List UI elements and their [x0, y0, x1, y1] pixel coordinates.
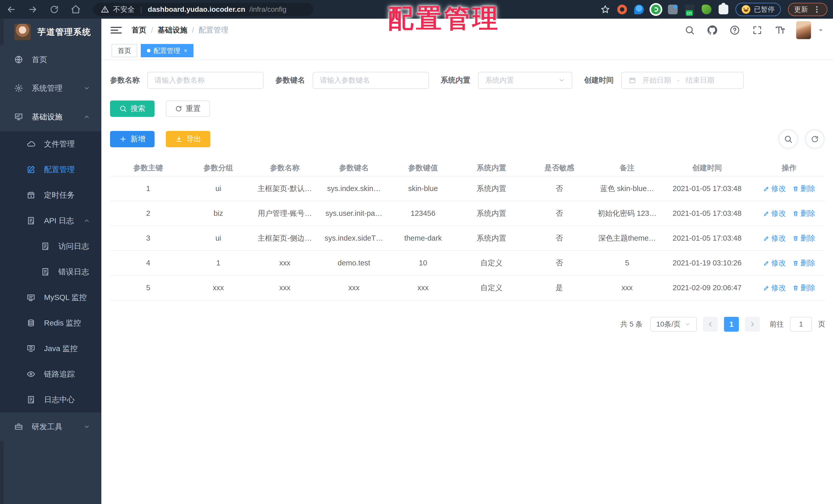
- log-icon: [26, 216, 36, 225]
- refresh-table-button[interactable]: [805, 130, 824, 149]
- breadcrumb-current: 配置管理: [198, 25, 228, 35]
- browser-back-icon[interactable]: [6, 4, 17, 15]
- sidebar-item-0[interactable]: 首页: [0, 45, 101, 74]
- breadcrumb: 首页 / 基础设施 / 配置管理: [132, 25, 228, 35]
- fullscreen-icon[interactable]: [751, 24, 763, 36]
- java-icon: [26, 344, 36, 353]
- page-1-button[interactable]: 1: [724, 317, 739, 332]
- column-header: 参数分组: [186, 160, 250, 176]
- delete-link[interactable]: 删除: [792, 184, 815, 194]
- github-icon[interactable]: [706, 24, 718, 36]
- browser-home-icon[interactable]: [70, 4, 81, 15]
- sidebar-item-2[interactable]: 基础设施: [0, 103, 101, 131]
- sidebar-item-6[interactable]: API 日志: [0, 208, 101, 233]
- browser-reload-icon[interactable]: [49, 4, 60, 15]
- next-page-button[interactable]: [745, 317, 760, 332]
- sidebar-item-14[interactable]: 研发工具: [0, 412, 101, 441]
- page-size-select[interactable]: 10条/页: [650, 317, 697, 332]
- extensions-puzzle-icon[interactable]: [719, 5, 728, 14]
- filter-time-label: 创建时间: [584, 75, 614, 85]
- sidebar-item-1[interactable]: 系统管理: [0, 74, 101, 103]
- breadcrumb-infra[interactable]: 基础设施: [158, 25, 187, 35]
- table-row: 3ui主框架页-侧边…sys.index.sideT…theme-dark系统内…: [110, 226, 825, 251]
- chevron-down-icon: [558, 77, 565, 84]
- sidebar-item-13[interactable]: 日志中心: [0, 387, 101, 412]
- reset-button[interactable]: 重置: [166, 100, 210, 117]
- chrome-update-button[interactable]: 更新: [788, 3, 827, 16]
- delete-link[interactable]: 删除: [792, 233, 815, 244]
- address-bar[interactable]: 不安全 | dashboard.yudao.iocoder.cn /infra/…: [93, 3, 313, 16]
- help-icon[interactable]: [729, 24, 741, 36]
- sidebar-item-7[interactable]: 访问日志: [0, 233, 101, 259]
- sidebar-item-8[interactable]: 错误日志: [0, 259, 101, 285]
- user-menu-caret-icon[interactable]: [818, 27, 824, 33]
- row-actions: 修改删除: [753, 201, 825, 226]
- chevron-left-icon: [707, 321, 714, 328]
- add-button[interactable]: 新增: [110, 131, 154, 147]
- column-header: 是否敏感: [525, 160, 593, 176]
- extension-icon[interactable]: [651, 5, 661, 14]
- param-key-input[interactable]: 请输入参数键名: [313, 72, 429, 89]
- export-button[interactable]: 导出: [166, 131, 210, 147]
- row-actions: 修改删除: [753, 275, 825, 300]
- sidebar-item-3[interactable]: 文件管理: [0, 131, 101, 157]
- sidebar-item-10[interactable]: Redis 监控: [0, 310, 101, 336]
- collapse-menu-icon[interactable]: [111, 25, 122, 35]
- delete-link[interactable]: 删除: [792, 283, 815, 293]
- config-table: 参数主键参数分组参数名称参数键名参数键值系统内置是否敏感备注创建时间操作 1ui…: [110, 160, 825, 300]
- app-logo[interactable]: 芋道管理系统: [0, 19, 101, 45]
- tab-home[interactable]: 首页: [112, 44, 137, 57]
- sidebar-item-5[interactable]: 定时任务: [0, 182, 101, 208]
- table-row: 5xxxxxxxxxxxx自定义是xxx2021-02-09 20:06:47修…: [110, 275, 825, 300]
- sidebar-item-12[interactable]: 链路追踪: [0, 361, 101, 387]
- table-cell: theme-dark: [388, 226, 457, 251]
- header-search-icon[interactable]: [684, 24, 696, 36]
- sidebar-item-4[interactable]: 配置管理: [0, 157, 101, 182]
- table-cell: 初始化密码 123…: [593, 201, 661, 226]
- table-cell: xxx: [250, 275, 319, 300]
- edit-link[interactable]: 修改: [763, 208, 786, 219]
- edit-link[interactable]: 修改: [763, 258, 786, 268]
- goto-page-input[interactable]: 1: [790, 317, 812, 332]
- browser-forward-icon[interactable]: [27, 4, 39, 15]
- browser-menu-icon[interactable]: [812, 5, 821, 14]
- table-row: 1ui主框架页-默认…sys.index.skin…skin-blue系统内置否…: [110, 176, 825, 201]
- prev-page-button[interactable]: [703, 317, 718, 332]
- close-tab-icon[interactable]: ×: [184, 47, 187, 54]
- chevron-down-icon: [84, 85, 90, 92]
- delete-link[interactable]: 删除: [792, 208, 815, 219]
- search-button[interactable]: 搜索: [110, 100, 154, 117]
- search-icon: [784, 135, 792, 144]
- extension-icon[interactable]: [617, 5, 627, 14]
- extension-icon[interactable]: [668, 5, 678, 14]
- user-avatar[interactable]: [796, 21, 811, 39]
- table-cell: ui: [186, 176, 250, 201]
- sidebar-item-11[interactable]: Java 监控: [0, 336, 101, 361]
- pagination: 共 5 条 10条/页 1 前往 1 页: [110, 317, 825, 332]
- table-cell: 系统内置: [457, 226, 525, 251]
- extension-icon[interactable]: [634, 5, 644, 14]
- app-title: 芋道管理系统: [38, 26, 91, 38]
- tab-config[interactable]: 配置管理 ×: [141, 44, 193, 57]
- emoji-icon: [742, 5, 750, 14]
- edit-link[interactable]: 修改: [763, 283, 786, 293]
- param-name-input[interactable]: 请输入参数名称: [147, 72, 264, 89]
- table-cell: 系统内置: [457, 201, 525, 226]
- extension-paused-button[interactable]: 已暂停: [736, 3, 781, 16]
- font-size-icon[interactable]: [774, 24, 786, 36]
- table-cell: 2021-01-05 17:03:48: [661, 201, 753, 226]
- date-range-picker[interactable]: 开始日期 - 结束日期: [621, 72, 744, 89]
- edit-link[interactable]: 修改: [763, 184, 786, 194]
- extension-icon[interactable]: [685, 5, 694, 14]
- editsq-icon: [26, 165, 36, 174]
- delete-link[interactable]: 删除: [792, 258, 815, 268]
- breadcrumb-home[interactable]: 首页: [132, 25, 146, 35]
- bookmark-star-icon[interactable]: [600, 5, 610, 14]
- table-cell: 2: [110, 201, 186, 226]
- extension-icon[interactable]: [702, 5, 711, 14]
- column-header: 操作: [753, 160, 825, 176]
- sidebar-item-9[interactable]: MySQL 监控: [0, 285, 101, 310]
- toggle-search-button[interactable]: [779, 130, 798, 149]
- edit-link[interactable]: 修改: [763, 233, 786, 244]
- builtin-select[interactable]: 系统内置: [478, 72, 572, 89]
